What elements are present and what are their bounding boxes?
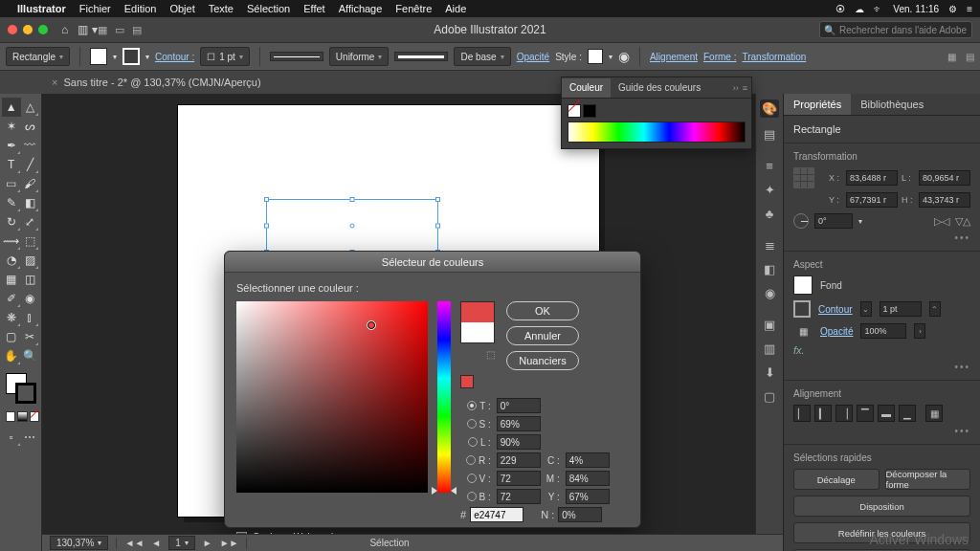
stroke-profile-select[interactable]: Uniforme▾ bbox=[329, 47, 390, 66]
stroke-swatch[interactable] bbox=[122, 48, 140, 65]
screen-mode[interactable]: ▫ bbox=[2, 428, 21, 447]
artboard-prev1[interactable]: ◄ bbox=[151, 538, 161, 548]
field-b[interactable] bbox=[497, 489, 541, 504]
edit-toolbar[interactable]: ⋯ bbox=[21, 428, 40, 447]
menu-help[interactable]: Aide bbox=[445, 3, 466, 14]
radio-r[interactable] bbox=[466, 455, 476, 465]
color-mode-none[interactable] bbox=[30, 411, 39, 422]
style-label[interactable]: Style : bbox=[555, 52, 582, 62]
ok-button[interactable]: OK bbox=[506, 301, 579, 320]
swatches-panel-icon[interactable]: ▤ bbox=[764, 127, 775, 142]
transform-y[interactable] bbox=[846, 192, 898, 208]
align-right[interactable]: ▕ bbox=[835, 405, 853, 422]
artboard-nav[interactable]: 1▾ bbox=[168, 536, 195, 550]
gradient-tool[interactable]: ◫ bbox=[21, 270, 40, 289]
stroke-profile[interactable] bbox=[270, 52, 323, 61]
artboard-next1[interactable]: ► bbox=[203, 538, 212, 548]
color-mode-solid[interactable] bbox=[6, 411, 15, 422]
color-spectrum[interactable] bbox=[568, 121, 746, 143]
width-tool[interactable]: ⟿ bbox=[2, 231, 21, 251]
flip-v-icon[interactable]: ▽△ bbox=[955, 215, 970, 228]
symbol-sprayer-tool[interactable]: ❋ bbox=[2, 308, 21, 327]
artboard-next[interactable]: ►► bbox=[220, 538, 239, 548]
graphic-styles-panel-icon[interactable]: ▣ bbox=[764, 318, 775, 332]
selected-rectangle[interactable] bbox=[266, 199, 438, 253]
line-tool[interactable]: ╱ bbox=[21, 155, 40, 174]
panel-menu-icon[interactable]: ≡ bbox=[743, 83, 747, 93]
object-type-select[interactable]: Rectangle▾ bbox=[6, 47, 70, 66]
opacity-value[interactable] bbox=[860, 323, 906, 339]
menu-window[interactable]: Fenêtre bbox=[395, 3, 432, 14]
field-hex[interactable] bbox=[470, 507, 523, 522]
slice-tool[interactable]: ✂ bbox=[21, 327, 40, 346]
zoom-field[interactable]: 130,37%▾ bbox=[50, 536, 108, 550]
rotate-tool[interactable]: ↻ bbox=[2, 212, 21, 231]
direct-selection-tool[interactable]: △ bbox=[21, 98, 40, 117]
hue-slider[interactable] bbox=[437, 301, 451, 493]
spotlight-icon[interactable]: ⚙ bbox=[948, 4, 957, 14]
stroke-weight-dec[interactable]: ⌄ bbox=[860, 301, 872, 317]
field-r[interactable] bbox=[497, 452, 541, 468]
stroke-weight-field[interactable]: ☐ 1 pt▾ bbox=[200, 47, 250, 66]
radio-s[interactable] bbox=[467, 419, 477, 429]
symbols-panel-icon[interactable]: ✦ bbox=[765, 183, 775, 197]
menu-view[interactable]: Affichage bbox=[339, 3, 383, 14]
style-swatch[interactable] bbox=[588, 49, 603, 64]
field-y[interactable] bbox=[566, 489, 610, 504]
color-panel-icon[interactable]: 🎨 bbox=[760, 99, 779, 118]
zoom-tool[interactable]: 🔍 bbox=[21, 346, 40, 365]
transform-link[interactable]: Transformation bbox=[742, 52, 806, 62]
quick-arrange[interactable]: Disposition bbox=[793, 496, 970, 517]
lasso-tool[interactable]: ᔕ bbox=[21, 117, 40, 136]
transparency-panel-icon[interactable]: ◧ bbox=[764, 262, 775, 276]
field-m[interactable] bbox=[566, 471, 610, 486]
align-to[interactable]: ▦ bbox=[925, 405, 943, 422]
document-tab[interactable]: Sans titre - 2* @ 130,37% (CMJN/Aperçu) bbox=[63, 77, 260, 88]
brush-preview[interactable] bbox=[394, 52, 448, 61]
window-minimize-button[interactable] bbox=[23, 25, 33, 34]
appearance-panel-icon[interactable]: ◉ bbox=[765, 286, 775, 300]
reference-point[interactable] bbox=[793, 167, 814, 188]
gradient-panel-icon[interactable]: ≣ bbox=[765, 238, 775, 253]
aspect-more[interactable]: ••• bbox=[954, 362, 970, 372]
menu-text[interactable]: Texte bbox=[209, 3, 234, 14]
tab-color-guide[interactable]: Guide des couleurs bbox=[611, 78, 708, 97]
radio-t[interactable] bbox=[467, 401, 477, 410]
fill-swatch[interactable] bbox=[90, 48, 107, 65]
asset-export-panel-icon[interactable]: ⬇ bbox=[765, 365, 775, 380]
stroke-weight-value[interactable] bbox=[880, 301, 922, 317]
panel-collapse-icon[interactable]: ›› bbox=[733, 83, 739, 93]
radio-l[interactable] bbox=[468, 437, 478, 447]
blend-tool[interactable]: ◉ bbox=[21, 289, 40, 308]
perspective-tool[interactable]: ▨ bbox=[21, 251, 40, 270]
pen-tool[interactable]: ✒ bbox=[2, 136, 21, 155]
align-left[interactable]: ▏ bbox=[793, 405, 811, 422]
eraser-tool[interactable]: ◧ bbox=[21, 193, 40, 212]
mesh-tool[interactable]: ▦ bbox=[2, 270, 21, 289]
field-c[interactable] bbox=[566, 452, 610, 468]
selection-tool[interactable]: ▲ bbox=[2, 98, 21, 117]
window-maximize-button[interactable] bbox=[38, 25, 48, 34]
help-search-field[interactable]: 🔍 Rechercher dans l'aide Adobe bbox=[819, 21, 972, 38]
eyedropper-tool[interactable]: ✐ bbox=[2, 289, 21, 308]
stroke-swatch-prop[interactable] bbox=[793, 300, 811, 318]
menu-file[interactable]: Fichier bbox=[79, 3, 111, 14]
menu-extra-icon[interactable]: ≡ bbox=[967, 4, 972, 14]
document-close-button[interactable]: × bbox=[52, 77, 57, 88]
stroke-label[interactable]: Contour bbox=[818, 304, 853, 315]
rotate-value[interactable] bbox=[814, 213, 853, 229]
radio-b[interactable] bbox=[467, 492, 477, 501]
shape-builder-tool[interactable]: ◔ bbox=[2, 251, 21, 270]
transform-h[interactable] bbox=[919, 192, 970, 208]
align-hcenter[interactable]: ▎ bbox=[814, 405, 832, 422]
align-bottom[interactable]: ▁ bbox=[899, 405, 916, 422]
arrange-documents-icon[interactable]: ▦ bbox=[98, 24, 107, 36]
type-tool[interactable]: T bbox=[2, 155, 21, 174]
app-menu[interactable]: Illustrator bbox=[17, 3, 66, 14]
transform-w[interactable] bbox=[919, 170, 970, 186]
stroke-label-link[interactable]: Contour : bbox=[155, 52, 194, 62]
fx-button[interactable]: fx. bbox=[793, 344, 805, 356]
menu-selection[interactable]: Sélection bbox=[247, 3, 290, 14]
brush-select[interactable]: De base▾ bbox=[454, 47, 510, 66]
opacity-label[interactable]: Opacité bbox=[820, 326, 853, 337]
